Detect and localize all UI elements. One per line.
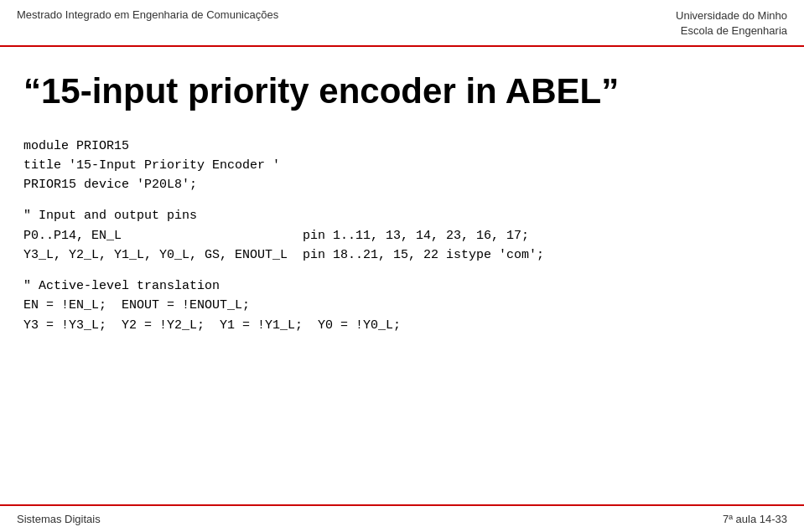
header-institution-right: Universidade do Minho Escola de Engenhar… <box>676 8 787 39</box>
code-line-4: " Input and output pins <box>23 206 781 225</box>
code-line-9: EN = !EN_L; ENOUT = !ENOUT_L; <box>23 296 781 315</box>
code-line-1: title '15-Input Priority Encoder ' <box>23 156 781 175</box>
page-title: “15-input priority encoder in ABEL” <box>0 47 804 127</box>
page-footer: Sistemas Digitais 7ª aula 14-33 <box>0 504 804 532</box>
header-institution-left: Mestrado Integrado em Engenharia de Comu… <box>17 8 278 21</box>
code-line-8: " Active-level translation <box>23 276 781 296</box>
code-line-5: P0..P14, EN_L pin 1..11, 13, 14, 23, 16,… <box>23 226 781 245</box>
footer-page: 7ª aula 14-33 <box>723 513 787 525</box>
code-line-0: module PRIOR15 <box>23 137 781 156</box>
code-spacer-7 <box>23 265 781 276</box>
page-header: Mestrado Integrado em Engenharia de Comu… <box>0 0 804 47</box>
code-line-6: Y3_L, Y2_L, Y1_L, Y0_L, GS, ENOUT_L pin … <box>23 245 781 265</box>
code-block: module PRIOR15title '15-Input Priority E… <box>0 128 804 343</box>
header-school: Escola de Engenharia <box>676 23 787 39</box>
code-line-10: Y3 = !Y3_L; Y2 = !Y2_L; Y1 = !Y1_L; Y0 =… <box>23 316 781 335</box>
code-spacer-3 <box>23 194 781 206</box>
header-university: Universidade do Minho <box>676 8 787 23</box>
code-line-2: PRIOR15 device 'P20L8'; <box>23 175 781 194</box>
footer-course: Sistemas Digitais <box>17 513 101 525</box>
